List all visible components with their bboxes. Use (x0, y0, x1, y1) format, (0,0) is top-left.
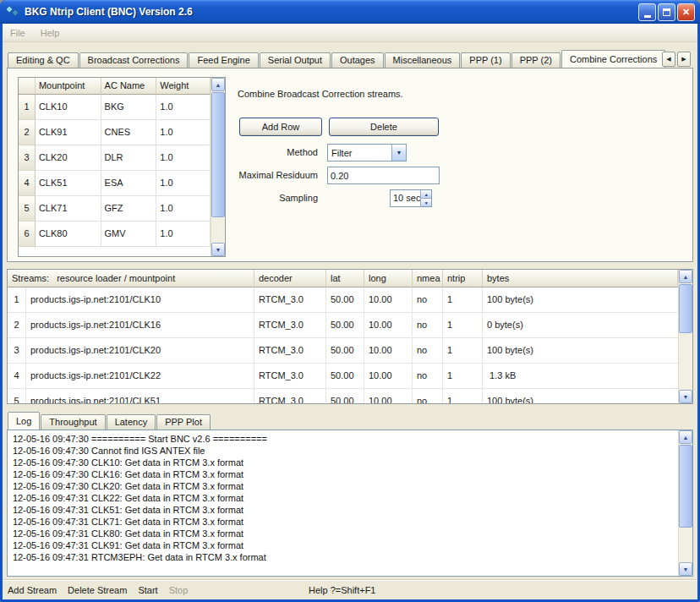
tab-miscellaneous[interactable]: Miscellaneous (385, 52, 461, 68)
menu-help[interactable]: Help (33, 28, 68, 38)
tab-serial-output[interactable]: Serial Output (260, 52, 331, 68)
tab-ppp-1[interactable]: PPP (1) (461, 52, 510, 68)
start-action[interactable]: Start (138, 585, 157, 595)
combine-row[interactable]: 4 CLK51 ESA 1.0 (19, 171, 211, 196)
stream-row[interactable]: 4 products.igs-ip.net:2101/CLK22 RTCM_3.… (8, 364, 678, 389)
scrollbar-thumb[interactable] (679, 445, 692, 528)
cell-ntrip: 1 (443, 313, 483, 338)
log-scrollbar[interactable]: ▲ ▼ (678, 430, 692, 576)
statusbar: Add Stream Delete Stream Start Stop Help… (3, 579, 697, 599)
row-number: 3 (8, 338, 26, 364)
row-number: 4 (8, 364, 26, 389)
tab-editing-qc[interactable]: Editing & QC (8, 52, 79, 68)
scroll-up-icon[interactable]: ▲ (679, 270, 692, 283)
combine-corrections-panel: Mountpoint AC Name Weight 1 CLK10 BKG 1.… (7, 68, 693, 262)
cell-nmea: no (413, 338, 443, 364)
titlebar[interactable]: BKG Ntrip Client (BNC) Version 2.6 ✕ (0, 0, 700, 24)
maximal-residuum-input[interactable] (327, 167, 440, 184)
app-window: BKG Ntrip Client (BNC) Version 2.6 ✕ Fil… (0, 0, 700, 602)
combine-table-scrollbar[interactable]: ▲ ▼ (211, 78, 225, 256)
cell-decoder: RTCM_3.0 (254, 364, 326, 389)
menu-file[interactable]: File (3, 28, 33, 38)
col-mountpoint[interactable]: Mountpoint (36, 78, 101, 95)
close-button[interactable]: ✕ (677, 3, 695, 21)
cell-nmea: no (413, 313, 443, 338)
cell-bytes: 100 byte(s) (483, 389, 678, 403)
combine-row[interactable]: 1 CLK10 BKG 1.0 (19, 95, 211, 120)
scroll-down-icon[interactable]: ▼ (679, 562, 692, 576)
sampling-value: 10 sec (391, 190, 420, 206)
cell-weight: 1.0 (156, 171, 211, 196)
cell-ac-name: DLR (101, 145, 157, 171)
stream-row[interactable]: 2 products.igs-ip.net:2101/CLK16 RTCM_3.… (8, 313, 678, 338)
col-long[interactable]: long (364, 270, 413, 287)
tab-scroll-left-button[interactable]: ◀ (662, 52, 675, 67)
spin-down-icon[interactable]: ▼ (421, 199, 431, 206)
stream-row[interactable]: 1 products.igs-ip.net:2101/CLK10 RTCM_3.… (8, 287, 678, 313)
col-bytes[interactable]: bytes (483, 270, 678, 287)
maximize-button[interactable] (658, 3, 675, 21)
cell-lat: 50.00 (326, 389, 364, 403)
stream-row[interactable]: 5 products.igs-ip.net:2101/CLK51 RTCM_3.… (8, 389, 678, 403)
scroll-up-icon[interactable]: ▲ (679, 430, 692, 444)
tab-log[interactable]: Log (8, 412, 40, 430)
combine-row[interactable]: 6 CLK80 GMV 1.0 (19, 222, 211, 247)
cell-decoder: RTCM_3.0 (254, 313, 326, 338)
method-combobox[interactable]: Filter ▼ (327, 144, 407, 161)
sampling-spinbox[interactable]: 10 sec ▲ ▼ (390, 189, 432, 207)
cell-ac-name: ESA (101, 171, 157, 196)
cell-lat: 50.00 (326, 313, 364, 338)
bottom-tabbar: Log Throughput Latency PPP Plot (8, 412, 211, 430)
tab-latency[interactable]: Latency (107, 414, 156, 430)
tab-broadcast-corrections[interactable]: Broadcast Corrections (79, 52, 189, 68)
cell-decoder: RTCM_3.0 (254, 389, 326, 403)
cell-long: 10.00 (364, 389, 413, 403)
tab-scroll-right-button[interactable]: ▶ (677, 52, 691, 67)
delete-button[interactable]: Delete (329, 118, 439, 136)
chevron-down-icon[interactable]: ▼ (391, 145, 406, 161)
col-decoder[interactable]: decoder (254, 270, 326, 287)
cell-weight: 1.0 (156, 222, 211, 247)
combine-row[interactable]: 2 CLK91 CNES 1.0 (19, 120, 211, 145)
scroll-down-icon[interactable]: ▼ (679, 390, 692, 403)
cell-long: 10.00 (364, 338, 413, 364)
cell-bytes: 1.3 kB (483, 364, 678, 389)
col-resource-loader[interactable]: Streams: resource loader / mountpoint (8, 270, 254, 287)
scrollbar-thumb[interactable] (679, 284, 692, 333)
col-ac-name[interactable]: AC Name (101, 78, 157, 95)
col-ntrip[interactable]: ntrip (443, 270, 483, 287)
cell-mountpoint: CLK91 (36, 120, 101, 145)
minimize-button[interactable] (638, 3, 656, 21)
scrollbar-thumb[interactable] (211, 92, 225, 217)
cell-mountpoint: products.igs-ip.net:2101/CLK20 (26, 338, 254, 364)
stop-action[interactable]: Stop (169, 585, 189, 595)
tab-combine-corrections[interactable]: Combine Corrections (561, 50, 665, 68)
cell-ac-name: GFZ (101, 196, 157, 222)
scroll-down-icon[interactable]: ▼ (211, 243, 225, 256)
add-stream-action[interactable]: Add Stream (8, 585, 57, 595)
col-weight[interactable]: Weight (156, 78, 211, 95)
col-lat[interactable]: lat (326, 270, 364, 287)
col-nmea[interactable]: nmea (413, 270, 443, 287)
combine-description: Combine Broadcast Correction streams. (238, 89, 403, 99)
stream-row[interactable]: 3 products.igs-ip.net:2101/CLK20 RTCM_3.… (8, 338, 678, 364)
combine-table: Mountpoint AC Name Weight 1 CLK10 BKG 1.… (18, 77, 226, 257)
tab-ppp-2[interactable]: PPP (2) (511, 52, 561, 68)
spin-up-icon[interactable]: ▲ (421, 190, 431, 199)
tab-feed-engine[interactable]: Feed Engine (189, 52, 258, 68)
tab-ppp-plot[interactable]: PPP Plot (156, 414, 211, 430)
combine-row[interactable]: 5 CLK71 GFZ 1.0 (19, 196, 211, 222)
minimize-icon (644, 15, 651, 18)
cell-mountpoint: CLK71 (36, 196, 101, 222)
row-number: 1 (19, 95, 36, 120)
add-row-button[interactable]: Add Row (239, 118, 322, 136)
combine-row[interactable]: 3 CLK20 DLR 1.0 (19, 145, 211, 171)
streams-scrollbar[interactable]: ▲ ▼ (678, 270, 692, 403)
delete-stream-action[interactable]: Delete Stream (68, 585, 127, 595)
tab-throughput[interactable]: Throughput (41, 414, 105, 430)
scroll-up-icon[interactable]: ▲ (211, 78, 225, 91)
cell-weight: 1.0 (156, 95, 211, 120)
cell-bytes: 100 byte(s) (483, 338, 678, 364)
tab-outages[interactable]: Outages (331, 52, 384, 68)
cell-ntrip: 1 (443, 389, 483, 403)
